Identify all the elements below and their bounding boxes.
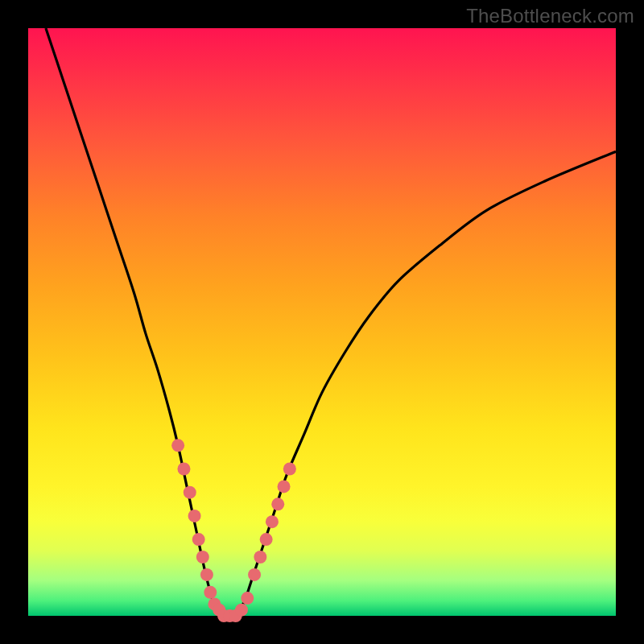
chart-marker [271, 497, 284, 510]
chart-marker [235, 604, 248, 617]
plot-area [28, 28, 616, 616]
marker-group [171, 439, 296, 622]
attribution-text: TheBottleneck.com [466, 5, 634, 27]
chart-marker [204, 586, 217, 599]
chart-marker [177, 463, 190, 476]
chart-marker [254, 551, 266, 564]
chart-marker [192, 533, 205, 546]
chart-marker [184, 486, 196, 499]
chart-marker [171, 439, 184, 452]
chart-marker [241, 592, 254, 605]
chart-marker [266, 515, 279, 528]
chart-svg [28, 28, 616, 616]
chart-marker [260, 533, 273, 546]
chart-frame: TheBottleneck.com [0, 0, 644, 644]
chart-marker [196, 551, 209, 564]
bottleneck-curve [46, 28, 616, 617]
chart-marker [278, 480, 291, 493]
chart-marker [200, 568, 213, 581]
chart-marker [188, 510, 201, 522]
chart-marker [283, 463, 296, 476]
chart-marker [248, 568, 261, 581]
